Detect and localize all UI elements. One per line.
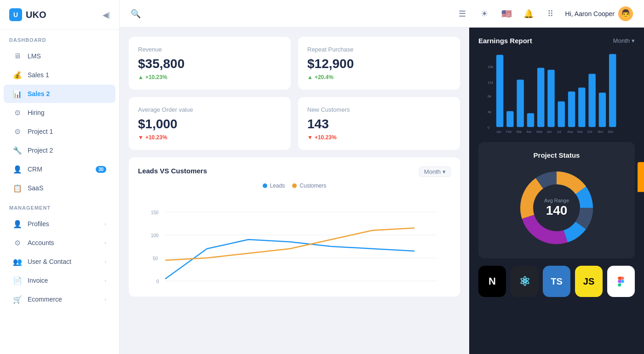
svg-text:150: 150: [151, 210, 159, 215]
figma-icon[interactable]: [607, 266, 635, 297]
flag-icon[interactable]: 🇺🇸: [499, 6, 514, 21]
revenue-label: Revenue: [138, 46, 282, 53]
sidebar-item-label: Sales 2: [28, 90, 106, 97]
sidebar-logo: U UKO ◀|: [0, 0, 119, 30]
leads-legend-dot: [263, 183, 267, 188]
chevron-icon: ›: [104, 240, 106, 246]
theme-toggle-icon[interactable]: ☀: [477, 6, 492, 21]
logo-icon: U: [9, 8, 22, 21]
hiring-icon: ⚙: [13, 108, 22, 117]
chevron-down-icon: ▾: [443, 168, 446, 175]
sidebar-item-label: Profiles: [28, 220, 99, 228]
sidebar-item-crm[interactable]: 👤 CRM 30: [4, 160, 115, 178]
section-label-management: MANAGEMENT: [0, 198, 119, 214]
new-customers-change: ▼ +10.23%: [307, 134, 451, 141]
chevron-icon: ›: [104, 297, 106, 302]
user-contact-icon: 👥: [13, 257, 22, 266]
repeat-purchase-change: ▲ +20.4%: [307, 74, 451, 80]
revenue-card: Revenue $35,800 ▲ +10.23%: [129, 37, 291, 90]
notification-icon[interactable]: 🔔: [521, 6, 536, 21]
svg-text:0: 0: [156, 279, 159, 284]
sidebar-item-label: CRM: [28, 166, 90, 173]
chart-legend: Leads Customers: [138, 183, 451, 189]
project1-icon: ⚙: [13, 127, 22, 136]
javascript-icon[interactable]: JS: [575, 266, 603, 297]
saas-icon: 📋: [13, 183, 22, 193]
svg-text:Aug: Aug: [567, 130, 573, 133]
chevron-icon: ›: [104, 221, 106, 227]
svg-text:Sep: Sep: [577, 130, 583, 133]
sidebar-item-project2[interactable]: 🔧 Project 2: [4, 141, 115, 160]
svg-text:100: 100: [151, 233, 159, 238]
svg-rect-27: [568, 91, 575, 127]
leads-legend: Leads: [263, 183, 285, 189]
revenue-change: ▲ +10.23%: [138, 74, 282, 80]
sidebar-item-invoice[interactable]: 📄 Invoice ›: [4, 271, 115, 290]
sidebar-item-label: SaaS: [28, 184, 106, 192]
sidebar-item-sales1[interactable]: 💰 Sales 1: [4, 66, 115, 84]
svg-text:Feb: Feb: [506, 130, 512, 133]
sidebar-item-lms[interactable]: 🖥 LMS: [4, 47, 115, 65]
avg-range-label: Avg Range: [544, 198, 569, 203]
apps-icon[interactable]: ⠿: [543, 6, 558, 21]
repeat-purchase-value: $12,900: [307, 57, 451, 71]
leads-line-chart: 0 50 100 150 Sat Sun Mon: [138, 194, 451, 285]
tech-icons-row: N ⚛ TS JS: [478, 266, 635, 297]
month-filter[interactable]: Month ▾: [613, 37, 635, 44]
svg-rect-20: [496, 55, 503, 127]
svg-text:4k: 4k: [488, 110, 491, 114]
avg-order-value: $1,000: [138, 117, 282, 131]
sidebar-item-label: Hiring: [28, 109, 106, 116]
nextjs-icon[interactable]: N: [478, 266, 506, 297]
collapse-sidebar-button[interactable]: ◀|: [103, 11, 110, 19]
project-status-title: Project Status: [488, 151, 626, 159]
sidebar-item-project1[interactable]: ⚙ Project 1: [4, 122, 115, 141]
donut-chart-container: Avg Range 140: [488, 166, 626, 249]
chevron-down-icon: ▾: [632, 37, 635, 44]
new-customers-label: New Customers: [307, 106, 451, 113]
sidebar-item-accounts[interactable]: ⚙ Accounts ›: [4, 234, 115, 252]
svg-rect-25: [547, 70, 554, 127]
new-customers-card: New Customers 143 ▼ +10.23%: [298, 97, 460, 150]
svg-text:15k: 15k: [488, 65, 494, 69]
menu-icon[interactable]: ☰: [455, 6, 470, 21]
user-greeting: Hi, Aaron Cooper: [565, 10, 615, 17]
svg-text:Apr: Apr: [527, 130, 532, 133]
lms-icon: 🖥: [13, 51, 22, 61]
svg-rect-31: [609, 54, 616, 127]
react-icon[interactable]: ⚛: [511, 266, 538, 297]
repeat-purchase-card: Repeat Purchase $12,900 ▲ +20.4%: [298, 37, 460, 90]
svg-text:8k: 8k: [488, 94, 491, 98]
content-right: Earnings Report Month ▾ 0 4k 8k 11k 15k: [469, 28, 644, 354]
content-left: Revenue $35,800 ▲ +10.23% Repeat Purchas…: [120, 28, 469, 354]
earnings-title: Earnings Report: [478, 37, 532, 45]
logo: U UKO: [9, 8, 46, 21]
sidebar-item-profiles[interactable]: 👤 Profiles ›: [4, 215, 115, 233]
user-info[interactable]: Hi, Aaron Cooper 👨: [565, 6, 633, 21]
avg-order-label: Average Order value: [138, 106, 282, 113]
project-status-card: Project Status: [478, 142, 635, 258]
leads-chart-header: Leads VS Customers Month ▾: [138, 166, 451, 177]
typescript-icon[interactable]: TS: [543, 266, 570, 297]
down-arrow-icon: ▼: [138, 134, 144, 141]
up-arrow-icon: ▲: [307, 74, 313, 80]
profiles-icon: 👤: [13, 219, 22, 228]
sidebar-item-saas[interactable]: 📋 SaaS: [4, 179, 115, 197]
earnings-header: Earnings Report Month ▾: [478, 37, 635, 45]
layouts-tab[interactable]: Layouts: [638, 162, 644, 192]
sidebar-item-label: LMS: [28, 52, 106, 60]
sidebar-item-hiring[interactable]: ⚙ Hiring: [4, 103, 115, 122]
sidebar-item-ecommerce[interactable]: 🛒 Ecommerce ›: [4, 290, 115, 308]
leads-chart-title: Leads VS Customers: [138, 167, 207, 175]
sidebar-item-user-contact[interactable]: 👥 User & Contact ›: [4, 252, 115, 271]
svg-text:0: 0: [488, 126, 489, 130]
donut-center-info: Avg Range 140: [544, 198, 569, 218]
sidebar-item-sales2[interactable]: 📊 Sales 2: [4, 85, 115, 103]
svg-text:Jun: Jun: [547, 130, 552, 133]
svg-text:Jul: Jul: [557, 130, 561, 133]
leads-chart-filter[interactable]: Month ▾: [419, 166, 451, 177]
svg-text:50: 50: [153, 256, 158, 261]
avg-order-card: Average Order value $1,000 ▼ +10.23%: [129, 97, 291, 150]
user-avatar: 👨: [618, 6, 633, 21]
svg-text:Mar: Mar: [517, 130, 523, 133]
